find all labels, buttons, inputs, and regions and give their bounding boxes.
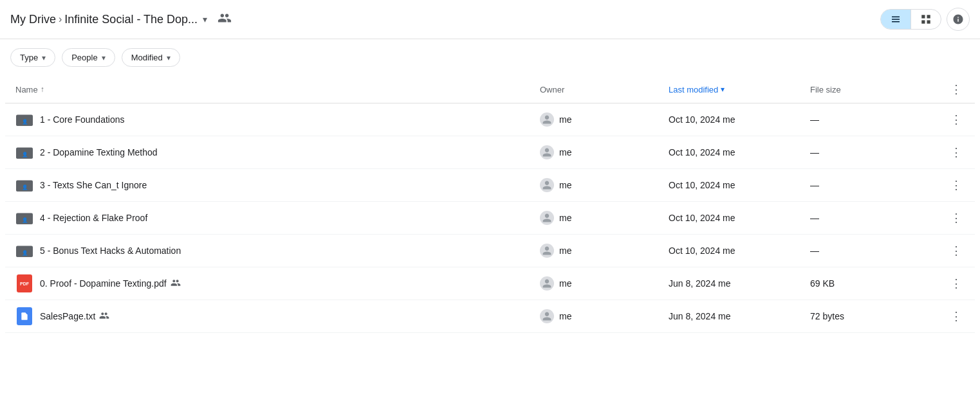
file-name: 1 - Core Foundations: [40, 114, 125, 125]
avatar: [540, 276, 554, 291]
cell-actions: ⋮: [939, 274, 965, 293]
table-row[interactable]: PDF 0. Proof - Dopamine Texting.pdf me J…: [5, 267, 975, 300]
cell-size: —: [810, 147, 939, 157]
col-header-size[interactable]: File size: [810, 85, 939, 94]
cell-actions: ⋮: [939, 241, 965, 260]
view-toggle: [880, 9, 941, 30]
breadcrumb-my-drive[interactable]: My Drive: [10, 13, 56, 26]
row-more-button[interactable]: ⋮: [948, 208, 965, 228]
folder-shared-icon: 👤: [15, 176, 33, 194]
table-body: 👤 1 - Core Foundations me Oct 10, 2024 m…: [5, 103, 975, 333]
owner-name: me: [559, 213, 571, 223]
modified-chevron-icon: ▾: [167, 53, 171, 62]
breadcrumb-title: Infinite Social - The Dop...: [64, 13, 198, 26]
table-more-button[interactable]: ⋮: [948, 81, 965, 98]
filters-bar: Type ▾ People ▾ Modified ▾: [0, 39, 980, 76]
folder-dropdown-button[interactable]: ▾: [200, 13, 210, 26]
cell-owner: me: [540, 112, 669, 127]
cell-size: 69 KB: [810, 278, 939, 289]
cell-modified: Oct 10, 2024 me: [669, 213, 810, 223]
cell-actions: ⋮: [939, 175, 965, 195]
cell-modified: Jun 8, 2024 me: [669, 278, 810, 289]
header-actions: [880, 8, 970, 31]
table-row[interactable]: 👤 2 - Dopamine Texting Method me Oct 10,…: [5, 136, 975, 169]
grid-view-button[interactable]: [911, 10, 941, 29]
breadcrumb: My Drive › Infinite Social - The Dop... …: [10, 8, 876, 31]
avatar: [540, 244, 554, 258]
cell-modified: Oct 10, 2024 me: [669, 114, 810, 125]
people-filter-button[interactable]: People ▾: [62, 48, 115, 67]
cell-modified: Oct 10, 2024 me: [669, 180, 810, 190]
people-filter-label: People: [71, 53, 97, 62]
file-name: 5 - Bonus Text Hacks & Automation: [40, 246, 181, 256]
svg-text:👤: 👤: [22, 250, 28, 256]
cell-owner: me: [540, 211, 669, 225]
avatar: [540, 309, 554, 323]
row-more-button[interactable]: ⋮: [948, 274, 965, 293]
cell-name: 👤 5 - Bonus Text Hacks & Automation: [15, 242, 540, 260]
doc-icon: [15, 307, 33, 325]
file-name: 3 - Texts She Can_t Ignore: [40, 180, 147, 190]
col-header-modified[interactable]: Last modified ▾: [669, 85, 810, 94]
header: My Drive › Infinite Social - The Dop... …: [0, 0, 980, 39]
breadcrumb-separator: ›: [59, 13, 62, 25]
list-view-button[interactable]: [881, 10, 911, 29]
cell-name: 👤 2 - Dopamine Texting Method: [15, 143, 540, 161]
modified-filter-label: Modified: [131, 53, 163, 62]
col-header-name[interactable]: Name ↑: [15, 85, 540, 94]
type-chevron-icon: ▾: [42, 53, 46, 62]
row-more-button[interactable]: ⋮: [948, 307, 965, 326]
modified-sort-arrow: ▾: [721, 85, 725, 94]
cell-name: 👤 1 - Core Foundations: [15, 111, 540, 129]
cell-name: PDF 0. Proof - Dopamine Texting.pdf: [15, 274, 540, 292]
owner-name: me: [559, 114, 571, 125]
cell-owner: me: [540, 276, 669, 291]
table-row[interactable]: 👤 4 - Rejection & Flake Proof me Oct 10,…: [5, 202, 975, 235]
file-table: Name ↑ Owner Last modified ▾ File size ⋮…: [0, 76, 980, 333]
avatar: [540, 178, 554, 192]
row-more-button[interactable]: ⋮: [948, 110, 965, 129]
svg-text:👤: 👤: [22, 119, 28, 125]
file-name: 0. Proof - Dopamine Texting.pdf: [40, 278, 181, 290]
col-header-owner[interactable]: Owner: [540, 85, 669, 94]
avatar: [540, 145, 554, 159]
file-name: 4 - Rejection & Flake Proof: [40, 213, 147, 223]
cell-owner: me: [540, 244, 669, 258]
cell-actions: ⋮: [939, 110, 965, 129]
cell-owner: me: [540, 178, 669, 192]
owner-name: me: [559, 278, 571, 289]
folder-shared-icon: 👤: [15, 143, 33, 161]
cell-actions: ⋮: [939, 143, 965, 162]
svg-text:👤: 👤: [22, 152, 28, 158]
people-chevron-icon: ▾: [102, 53, 106, 62]
cell-actions: ⋮: [939, 208, 965, 228]
cell-size: 72 bytes: [810, 311, 939, 321]
avatar: [540, 211, 554, 225]
info-button[interactable]: [947, 8, 970, 31]
cell-size: —: [810, 114, 939, 125]
table-header-row: Name ↑ Owner Last modified ▾ File size ⋮: [5, 76, 975, 103]
folder-shared-icon: 👤: [15, 209, 33, 227]
shared-badge: [171, 278, 181, 290]
folder-shared-icon: 👤: [15, 242, 33, 260]
pdf-icon: PDF: [15, 274, 33, 292]
svg-text:👤: 👤: [22, 217, 28, 224]
row-more-button[interactable]: ⋮: [948, 143, 965, 162]
table-row[interactable]: 👤 3 - Texts She Can_t Ignore me Oct 10, …: [5, 169, 975, 202]
shared-badge: [99, 310, 109, 323]
manage-people-button[interactable]: [215, 8, 234, 31]
table-row[interactable]: 👤 5 - Bonus Text Hacks & Automation me O…: [5, 235, 975, 267]
type-filter-label: Type: [20, 53, 38, 62]
cell-size: —: [810, 246, 939, 256]
owner-name: me: [559, 180, 571, 190]
cell-size: —: [810, 180, 939, 190]
col-header-more: ⋮: [939, 81, 965, 98]
cell-actions: ⋮: [939, 307, 965, 326]
type-filter-button[interactable]: Type ▾: [10, 48, 55, 67]
row-more-button[interactable]: ⋮: [948, 241, 965, 260]
table-row[interactable]: 👤 1 - Core Foundations me Oct 10, 2024 m…: [5, 103, 975, 136]
table-row[interactable]: SalesPage.txt me Jun 8, 2024 me 72 bytes…: [5, 300, 975, 333]
svg-text:👤: 👤: [22, 184, 28, 191]
row-more-button[interactable]: ⋮: [948, 175, 965, 195]
modified-filter-button[interactable]: Modified ▾: [122, 48, 180, 67]
